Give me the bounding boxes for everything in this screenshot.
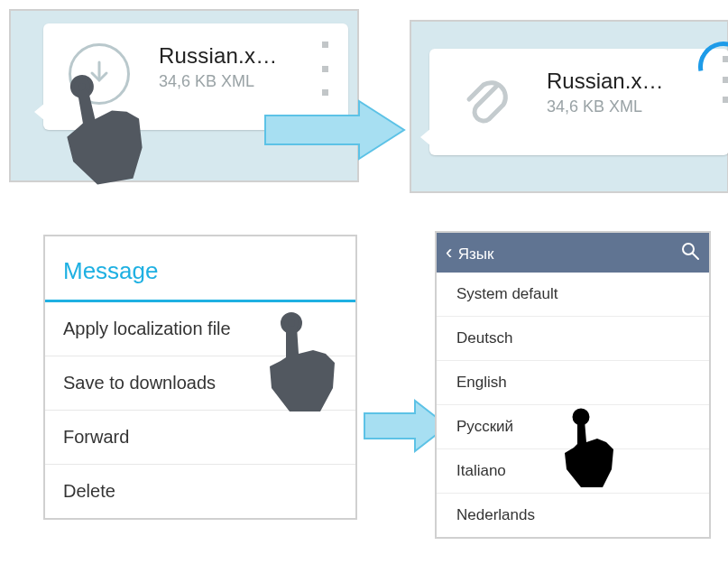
svg-line-10 — [693, 254, 698, 259]
pointer-hand-icon — [41, 59, 170, 206]
svg-point-9 — [683, 244, 694, 254]
svg-point-6 — [288, 319, 295, 327]
language-option-system-default[interactable]: System default — [437, 273, 709, 317]
more-options-button[interactable] — [716, 56, 728, 103]
flow-arrow-icon — [260, 97, 408, 166]
file-meta: 34,6 KB XML — [547, 97, 642, 116]
search-icon — [680, 241, 700, 261]
svg-point-12 — [578, 414, 584, 420]
language-option-english[interactable]: English — [437, 361, 709, 405]
paperclip-icon — [460, 76, 514, 134]
chevron-left-icon: ‹ — [446, 241, 452, 264]
kebab-icon — [723, 56, 729, 62]
menu-title: Message — [45, 236, 355, 302]
kebab-icon — [322, 42, 328, 48]
file-name: Russian.x… — [547, 69, 663, 94]
language-option-deutsch[interactable]: Deutsch — [437, 317, 709, 361]
pointer-hand-icon — [255, 310, 346, 422]
svg-marker-3 — [60, 81, 149, 189]
more-options-button[interactable] — [314, 42, 336, 96]
svg-marker-7 — [270, 327, 335, 411]
nav-bar: ‹ Язык — [437, 233, 709, 273]
back-button[interactable]: ‹ Язык — [446, 243, 494, 264]
message-bubble: Russian.x… 34,6 KB XML — [429, 49, 728, 155]
file-meta: 34,6 KB XML — [159, 72, 254, 91]
pointer-hand-icon — [554, 406, 626, 496]
nav-title: Язык — [458, 245, 494, 263]
chat-panel-attachment: Russian.x… 34,6 KB XML — [410, 20, 728, 193]
language-option-nederlands[interactable]: Nederlands — [437, 494, 709, 537]
file-name: Russian.x… — [159, 43, 277, 69]
svg-marker-13 — [565, 421, 613, 487]
svg-marker-4 — [265, 101, 404, 159]
menu-item-delete[interactable]: Delete — [45, 465, 355, 518]
search-button[interactable] — [680, 241, 700, 264]
